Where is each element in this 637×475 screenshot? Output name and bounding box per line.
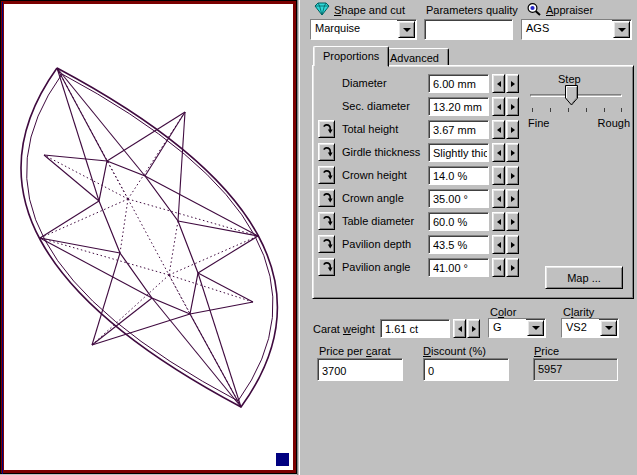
arrow-left-icon	[497, 104, 501, 110]
price-label: Price	[534, 345, 559, 357]
spin-right-button[interactable]	[506, 166, 519, 185]
spin-left-button[interactable]	[492, 74, 505, 93]
spin-left-button[interactable]	[492, 143, 505, 162]
spin-left-button[interactable]	[492, 97, 505, 116]
selection-resize-handle[interactable]	[276, 453, 289, 466]
diameter-input[interactable]	[429, 75, 488, 92]
arrow-right-icon	[511, 265, 515, 271]
recalc-arrow-icon	[321, 123, 333, 135]
arrow-left-icon	[497, 196, 501, 202]
spin-right-button[interactable]	[506, 74, 519, 93]
color-select[interactable]: G	[488, 318, 546, 338]
slider-tick	[604, 108, 605, 112]
fix-parameter-button[interactable]	[318, 258, 335, 276]
chevron-down-icon	[605, 326, 613, 330]
param-label: Pavilion angle	[342, 261, 411, 273]
spin-right-button[interactable]	[506, 143, 519, 162]
spin-right-button[interactable]	[506, 258, 519, 277]
arrow-right-icon	[511, 219, 515, 225]
slider-tick	[532, 108, 533, 112]
spin-left-button[interactable]	[492, 120, 505, 139]
clarity-value: VS2	[562, 319, 599, 337]
arrow-left-icon	[497, 265, 501, 271]
slider-tick	[550, 108, 551, 112]
arrow-right-icon	[511, 150, 515, 156]
recalc-arrow-icon	[321, 215, 333, 227]
param-row: Sec. diameter	[308, 97, 637, 116]
color-value: G	[489, 319, 526, 337]
fix-parameter-button[interactable]	[318, 235, 335, 253]
param-row: Pavilion depth	[308, 235, 637, 254]
recalc-arrow-icon	[321, 238, 333, 250]
arrow-right-icon	[511, 196, 515, 202]
param-row: Girdle thickness	[308, 143, 637, 162]
discount-input[interactable]	[424, 359, 508, 380]
pavilion-angle-input[interactable]	[429, 259, 488, 276]
carat-spin-right-button[interactable]	[467, 319, 480, 338]
pavilion-depth-input[interactable]	[429, 236, 488, 253]
sec-diameter-input[interactable]	[429, 98, 488, 115]
spin-right-button[interactable]	[506, 235, 519, 254]
slider-tick	[621, 108, 622, 112]
param-label: Diameter	[342, 77, 387, 89]
fix-parameter-button[interactable]	[318, 189, 335, 207]
fix-parameter-button[interactable]	[318, 143, 335, 161]
fix-parameter-button[interactable]	[318, 212, 335, 230]
clarity-select[interactable]: VS2	[561, 318, 619, 338]
arrow-left-icon	[497, 150, 501, 156]
chevron-down-icon	[532, 326, 540, 330]
price-per-carat-input[interactable]	[318, 359, 402, 380]
price-per-carat-box	[317, 358, 403, 381]
carat-spin-left-button[interactable]	[453, 319, 466, 338]
spin-right-button[interactable]	[506, 212, 519, 231]
girdle-thickness-input[interactable]	[429, 144, 488, 161]
panel-splitter[interactable]	[297, 0, 308, 475]
clarity-dropdown-button[interactable]	[600, 320, 617, 336]
spin-left-button[interactable]	[492, 189, 505, 208]
spin-left-button[interactable]	[492, 166, 505, 185]
discount-box	[423, 358, 509, 381]
total-height-input[interactable]	[429, 121, 488, 138]
param-label: Sec. diameter	[342, 100, 410, 112]
arrow-right-icon	[511, 127, 515, 133]
spin-right-button[interactable]	[506, 189, 519, 208]
carat-weight-box	[380, 319, 450, 338]
param-label: Table diameter	[342, 215, 414, 227]
param-label: Crown angle	[342, 192, 404, 204]
arrow-right-icon	[511, 104, 515, 110]
controls-panel: Shape and cut Parameters quality Apprais…	[308, 0, 637, 475]
param-label: Crown height	[342, 169, 407, 181]
carat-weight-input[interactable]	[381, 320, 449, 337]
param-row: Crown height	[308, 166, 637, 185]
recalc-arrow-icon	[321, 146, 333, 158]
fix-parameter-button[interactable]	[318, 166, 335, 184]
color-label: Color	[490, 306, 516, 318]
param-row: Diameter	[308, 74, 637, 93]
arrow-left-icon	[497, 127, 501, 133]
recalc-arrow-icon	[321, 192, 333, 204]
spin-right-button[interactable]	[506, 97, 519, 116]
arrow-left-icon	[497, 242, 501, 248]
table-diameter-input[interactable]	[429, 213, 488, 230]
diamond-drawing-area[interactable]	[4, 4, 293, 470]
arrow-right-icon	[472, 326, 476, 332]
diamond-view-panel[interactable]	[0, 0, 297, 474]
spin-left-button[interactable]	[492, 235, 505, 254]
spin-left-button[interactable]	[492, 212, 505, 231]
param-row: Table diameter	[308, 212, 637, 231]
crown-angle-input[interactable]	[429, 190, 488, 207]
crown-height-input[interactable]	[429, 167, 488, 184]
discount-label: Discount (%)	[423, 345, 486, 357]
fix-parameter-button[interactable]	[318, 120, 335, 138]
step-slider-thumb[interactable]	[565, 85, 578, 106]
color-dropdown-button[interactable]	[527, 320, 544, 336]
arrow-left-icon	[497, 173, 501, 179]
spin-left-button[interactable]	[492, 258, 505, 277]
arrow-right-icon	[511, 81, 515, 87]
rough-label: Rough	[584, 117, 630, 129]
price-box: 5957	[533, 358, 618, 381]
map-button[interactable]: Map ...	[545, 266, 623, 289]
spin-right-button[interactable]	[506, 120, 519, 139]
arrow-right-icon	[511, 242, 515, 248]
app-window: Shape and cut Parameters quality Apprais…	[0, 0, 637, 475]
